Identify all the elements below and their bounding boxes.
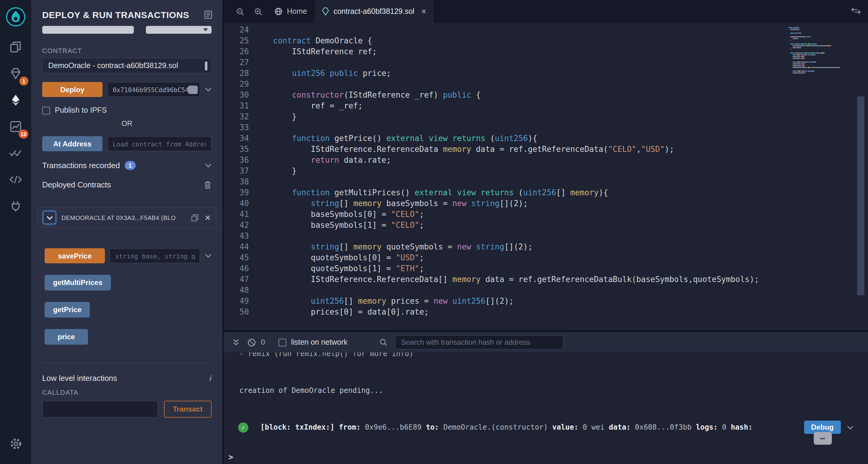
at-address-button[interactable]: At Address — [42, 136, 102, 151]
saveprice-param-field[interactable] — [110, 248, 200, 263]
line-number: 36 — [224, 155, 257, 166]
calldata-input[interactable] — [48, 406, 152, 413]
terminal-prompt[interactable]: > — [228, 453, 233, 462]
environment-controls-cutoff[interactable] — [42, 26, 212, 34]
publish-ipfs-checkbox[interactable] — [42, 106, 50, 114]
saveprice-expand-chevron-icon[interactable] — [205, 254, 212, 258]
transaction-log-row[interactable]: ✓ [block: txIndex:] from: 0x9e6...b6E89 … — [224, 420, 868, 434]
code-plugin-icon[interactable] — [0, 166, 31, 193]
tab-contract-file[interactable]: contract-a60bf38129.sol ✕ — [314, 0, 435, 23]
line-number: 50 — [224, 307, 257, 317]
tx-expand-chevron-icon[interactable] — [847, 425, 854, 429]
deploy-run-icon[interactable] — [0, 87, 31, 113]
swap-panel-icon[interactable] — [851, 6, 861, 17]
line-content: baseSymbols[1] = "CELO"; — [257, 220, 424, 231]
instance-collapse-chevron-icon[interactable] — [43, 211, 56, 224]
line-content: ref = _ref; — [257, 101, 363, 112]
line-number: 35 — [224, 144, 257, 155]
editor-scrollbar[interactable] — [857, 96, 864, 295]
code-line: 29 — [224, 79, 789, 90]
deploy-param-input[interactable] — [113, 86, 195, 93]
contract-select[interactable]: DemoOracle - contract-a60bf38129.sol — [42, 58, 212, 73]
instance-title: DEMOORACLE AT 0X3A3...F5AB4 (BLO — [61, 214, 186, 221]
environment-select-cutoff[interactable] — [42, 26, 134, 34]
deployed-instance-header[interactable]: DEMOORACLE AT 0X3A3...F5AB4 (BLO ✕ — [37, 207, 216, 228]
account-select-cutoff[interactable] — [146, 26, 212, 34]
line-content — [257, 79, 273, 90]
deploy-button[interactable]: Deploy — [42, 82, 102, 97]
file-explorer-icon[interactable] — [0, 34, 31, 60]
line-content: function getPrice() external view return… — [257, 133, 537, 144]
remix-ide: 1 10 DEPLOY & RUN TRANSACTIONS — [0, 0, 868, 464]
line-number: 48 — [224, 285, 257, 296]
terminal-scrollback-line: - remix (run remix.help() for more info) — [224, 352, 868, 358]
code-lines[interactable]: 2425contract DemoOracle {26 IStdReferenc… — [224, 25, 789, 317]
trash-icon[interactable] — [204, 181, 212, 189]
calldata-label: CALLDATA — [42, 389, 212, 396]
minimap[interactable] — [788, 25, 844, 74]
listen-network-checkbox[interactable] — [278, 338, 286, 346]
zoom-out-icon[interactable] — [231, 7, 249, 16]
transactions-recorded-row[interactable]: Transactions recorded 1 — [42, 161, 212, 170]
fn-getmultiprices-button[interactable]: getMultiPrices — [44, 275, 111, 290]
code-line: 42 baseSymbols[1] = "CELO"; — [224, 220, 789, 231]
code-line: 44 string[] memory quoteSymbols = new st… — [224, 242, 789, 252]
line-number: 24 — [224, 25, 257, 36]
line-number: 33 — [224, 122, 257, 133]
fn-price-button[interactable]: price — [44, 329, 88, 345]
solidity-file-icon — [322, 7, 330, 16]
calldata-field[interactable] — [42, 401, 158, 417]
fn-getprice-button[interactable]: getPrice — [44, 302, 90, 317]
plugin-manager-icon[interactable] — [0, 193, 31, 219]
deploy-expand-chevron-icon[interactable] — [205, 87, 212, 92]
line-content — [257, 285, 273, 296]
terminal-search-input[interactable] — [395, 335, 563, 349]
zoom-in-icon[interactable] — [249, 7, 267, 16]
code-line: 37 } — [224, 166, 789, 177]
at-address-field[interactable] — [107, 136, 212, 151]
line-content: } — [257, 112, 297, 122]
terminal-more-button[interactable]: ⋯ — [814, 432, 832, 445]
clear-console-icon[interactable] — [247, 338, 256, 347]
journal-icon[interactable] — [204, 10, 213, 19]
line-content — [257, 177, 273, 187]
saveprice-param-input[interactable] — [115, 252, 195, 259]
line-number: 43 — [224, 231, 257, 242]
transact-button[interactable]: Transact — [164, 401, 212, 417]
static-analysis-icon[interactable] — [0, 140, 31, 166]
contract-select-value: DemoOracle - contract-a60bf38129.sol — [48, 61, 203, 70]
compiler-badge: 1 — [19, 76, 28, 86]
code-editor[interactable]: 2425contract DemoOracle {26 IStdReferenc… — [224, 23, 868, 330]
settings-icon[interactable] — [0, 430, 31, 457]
deploy-param-field[interactable] — [107, 82, 200, 97]
tab-bar: Home contract-a60bf38129.sol ✕ — [224, 0, 868, 23]
line-content: IStdReference ref; — [257, 47, 377, 57]
collapse-terminal-icon[interactable] — [232, 339, 240, 346]
line-number: 39 — [224, 187, 257, 198]
line-content: constructor(IStdReference _ref) public { — [257, 90, 481, 101]
remove-instance-icon[interactable]: ✕ — [204, 213, 211, 222]
listen-network-row[interactable]: listen on network — [278, 338, 347, 346]
terminal: 0 listen on network - remix (run remix.h… — [224, 332, 868, 464]
tab-home[interactable]: Home — [267, 0, 314, 23]
line-number: 45 — [224, 252, 257, 263]
tab-home-label: Home — [287, 7, 307, 16]
code-line: 26 IStdReference ref; — [224, 47, 789, 57]
at-address-input[interactable] — [113, 140, 206, 147]
info-icon[interactable]: i — [210, 374, 212, 382]
remix-logo[interactable] — [0, 0, 31, 34]
line-content: string[] memory baseSymbols = new string… — [257, 198, 528, 209]
publish-ipfs-row[interactable]: Publish to IPFS — [42, 106, 212, 115]
contract-label: CONTRACT — [42, 47, 212, 54]
transactions-chevron-icon[interactable] — [205, 163, 212, 167]
fn-saveprice-button[interactable]: savePrice — [44, 248, 105, 263]
close-tab-icon[interactable]: ✕ — [421, 7, 427, 16]
terminal-output[interactable]: - remix (run remix.help() for more info)… — [224, 352, 868, 464]
solidity-compiler-icon[interactable]: 1 — [0, 60, 31, 87]
line-content: uint256[] memory prices = new uint256[](… — [257, 296, 514, 307]
line-content: IStdReference.ReferenceData[] memory dat… — [257, 274, 759, 285]
chart-plugin-icon[interactable]: 10 — [0, 113, 31, 140]
line-number: 32 — [224, 112, 257, 122]
line-number: 28 — [224, 68, 257, 79]
copy-address-icon[interactable] — [191, 214, 199, 221]
